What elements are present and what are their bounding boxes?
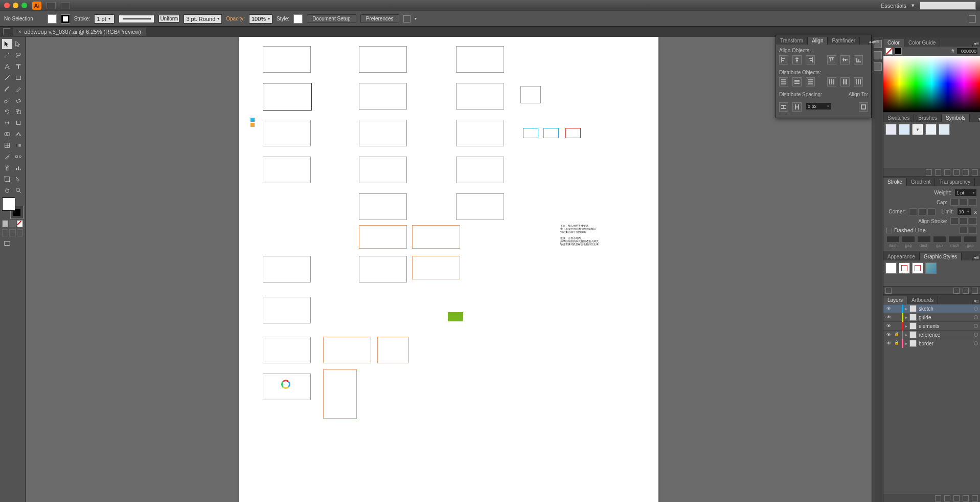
layer-name-label[interactable]: reference [919,332,972,338]
search-input[interactable] [920,2,976,10]
variable-width-profile-dropdown[interactable] [119,15,154,23]
symbol-thumb[interactable] [939,124,950,135]
expand-layer-icon[interactable]: ▸ [905,324,907,329]
brush-definition-dropdown[interactable]: 3 pt. Round [184,14,222,24]
align-hcenter-button[interactable] [792,55,802,64]
expand-layer-icon[interactable]: ▸ [905,333,907,337]
tab-transform[interactable]: Transform [776,37,808,45]
stroke-black-icon[interactable] [895,48,902,55]
graphic-style-thumb[interactable] [912,263,923,274]
tab-stroke[interactable]: Stroke [883,178,907,186]
dashed-line-checkbox[interactable]: Dashed Line [886,227,926,233]
bridge-button-icon[interactable] [47,2,56,9]
corner-bevel-button[interactable] [927,208,936,215]
align-left-button[interactable] [779,55,788,64]
make-clipping-mask-icon[interactable] [944,495,950,501]
control-bar-menu-icon[interactable] [969,15,976,23]
expand-layer-icon[interactable]: ▸ [905,315,907,320]
cap-projecting-button[interactable] [969,199,977,206]
color-mode-button[interactable] [2,220,8,227]
layer-name-label[interactable]: guide [919,315,972,320]
blend-tool[interactable] [13,151,24,162]
close-tab-icon[interactable]: × [18,29,21,34]
panel-menu-icon[interactable]: ▾≡ [973,41,980,47]
hdist-center-button[interactable] [840,77,850,86]
gradient-tool[interactable] [13,140,24,150]
fill-none-icon[interactable] [885,48,893,55]
dock-icon[interactable] [874,51,882,59]
symbol-thumb[interactable]: ▼ [912,124,923,135]
fill-color-icon[interactable] [2,198,15,211]
new-layer-icon[interactable] [963,495,969,501]
none-mode-button[interactable] [17,220,23,227]
opacity-dropdown[interactable]: 100% [249,14,272,24]
break-link-icon[interactable] [953,288,960,294]
hex-input[interactable] [956,48,978,55]
lock-toggle-icon[interactable] [894,323,900,329]
vdist-bottom-button[interactable] [806,77,815,86]
lock-toggle-icon[interactable]: 🔒 [894,332,900,338]
dash-align-button[interactable] [960,227,968,234]
canvas-area[interactable]: 首先、輸入你的手機號碼接下來依照你信用卡的密碼簡訊到定案完成可行的號碼最後、正在… [26,37,872,502]
draw-inside-button[interactable] [17,229,23,236]
styles-libraries-icon[interactable] [885,288,892,294]
column-graph-tool[interactable] [13,163,24,173]
tab-transparency[interactable]: Transparency [935,178,975,186]
tab-gradient[interactable]: Gradient [907,178,935,186]
symbol-sprayer-tool[interactable] [2,163,12,173]
vdist-center-button[interactable] [792,77,802,86]
tab-swatches[interactable]: Swatches [883,114,914,122]
panel-menu-icon[interactable]: ▾≡ [874,39,879,45]
align-bottom-button[interactable] [854,55,863,64]
dash-field[interactable] [902,236,915,243]
mesh-tool[interactable] [2,140,12,150]
workspace-switcher[interactable]: Essentials [881,3,906,9]
symbol-thumb[interactable] [885,124,897,135]
expand-layer-icon[interactable]: ▸ [905,341,907,346]
shape-builder-tool[interactable] [2,129,12,139]
dash-field[interactable] [948,236,962,243]
width-tool[interactable] [2,118,12,128]
document-setup-button[interactable]: Document Setup [307,14,356,23]
visibility-toggle-icon[interactable]: 👁 [885,323,892,329]
tab-brushes[interactable]: Brushes [914,114,942,122]
tab-symbols[interactable]: Symbols [942,114,970,122]
arrange-documents-icon[interactable] [61,2,70,9]
layer-row[interactable]: 👁▸elements [883,321,980,330]
target-indicator-icon[interactable] [974,341,978,345]
artboard-tool[interactable] [2,174,12,184]
hdist-right-button[interactable] [854,77,863,86]
dock-icon[interactable] [874,62,882,71]
selection-tool[interactable] [2,39,12,49]
pen-tool[interactable] [2,61,12,72]
delete-layer-icon[interactable] [972,495,978,501]
lasso-tool[interactable] [13,50,24,60]
align-top-button[interactable] [827,55,836,64]
dash-align-corners-button[interactable] [969,227,977,234]
break-link-icon[interactable] [944,169,950,176]
type-tool[interactable] [13,61,24,72]
align-right-button[interactable] [806,55,815,64]
preferences-button[interactable]: Preferences [360,14,399,23]
layer-name-label[interactable]: border [919,341,972,346]
stroke-weight-dropdown[interactable]: 1 pt [94,14,115,24]
graphic-style-thumb[interactable] [885,263,897,274]
fill-stroke-indicator[interactable] [2,198,24,219]
align-stroke-center-button[interactable] [950,217,959,225]
graphic-style-swatch[interactable] [293,14,303,24]
draw-behind-button[interactable] [9,229,15,236]
stroke-weight-field[interactable]: 1 pt [954,189,977,197]
visibility-toggle-icon[interactable]: 👁 [885,314,892,320]
graphic-style-thumb[interactable] [925,263,937,274]
layer-row[interactable]: 👁▸sketch [883,304,980,313]
fill-swatch[interactable] [48,14,57,24]
panel-toggle-icon[interactable] [3,28,10,35]
perspective-grid-tool[interactable] [13,129,24,139]
screen-mode-button[interactable] [2,238,12,249]
target-indicator-icon[interactable] [974,333,978,337]
align-stroke-inside-button[interactable] [960,217,968,225]
close-window-button[interactable] [4,3,10,8]
draw-normal-button[interactable] [2,229,8,236]
cap-round-button[interactable] [960,199,968,206]
cap-butt-button[interactable] [950,199,959,206]
